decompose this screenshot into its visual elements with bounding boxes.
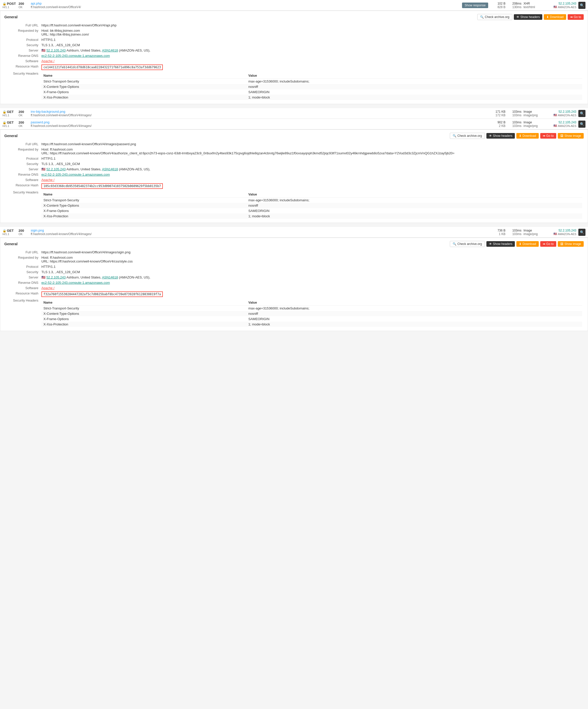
sh-value: 1; mode=block <box>246 322 582 327</box>
resource-name[interactable]: inv-big-background.png <box>31 110 488 113</box>
ip-address[interactable]: 52.2.105.243 <box>559 110 576 113</box>
server-asn-link[interactable]: ASN14618 <box>102 167 118 171</box>
show-response-button[interactable]: Show response <box>462 3 488 8</box>
sh-name: Strict-Transport-Security <box>42 79 246 84</box>
resource-name[interactable]: api.php <box>31 2 460 5</box>
info-value: https://ff.hashroot.com/well-known/Offic… <box>40 250 584 255</box>
info-label: Security <box>4 43 40 48</box>
software-link[interactable]: Apache / <box>42 59 54 63</box>
type-section: Image image/png <box>523 110 544 117</box>
status-section: 200 OK <box>19 229 29 236</box>
show-headers-button[interactable]: 👁Show headers <box>486 133 515 139</box>
search-request-button[interactable]: 🔍 <box>578 229 585 236</box>
info-table: Full URL https://ff.hashroot.com/well-kn… <box>4 141 584 219</box>
ip-address[interactable]: 52.2.105.243 <box>559 121 576 124</box>
download-button[interactable]: ⬇Download <box>516 133 538 139</box>
time-bottom: 103ms <box>512 113 521 117</box>
check-archive-button[interactable]: 🔍Check archive.org <box>450 241 485 247</box>
reverse-dns-link[interactable]: ec2-52-2-105-243.compute-1.amazonaws.com <box>42 281 110 285</box>
server-ip-link[interactable]: 52.2.105.243 <box>47 49 66 52</box>
security-headers-row: Security HeadersNameValue Strict-Transpo… <box>4 71 584 101</box>
show-image-button[interactable]: 🖼Show image <box>558 241 584 247</box>
resource-hash: f32a760f15530284447282af5c7d0825babf8bc4… <box>42 291 163 297</box>
sh-value: max-age=31536000; includeSubdomains; <box>246 306 582 311</box>
download-icon: ⬇ <box>519 242 521 246</box>
security: TLS 1.3, , AES_128_GCM <box>42 43 80 47</box>
method-status: 🔒POST H/1.1 <box>3 2 17 9</box>
security: TLS 1.3, , AES_128_GCM <box>42 162 80 166</box>
info-value: Host: ff.hashroot.comURL: https://ff.has… <box>40 147 584 156</box>
info-value: ec2-52-2-105-243.compute-1.amazonaws.com <box>40 280 584 285</box>
sh-name: X-Content-Type-Options <box>42 84 246 89</box>
server-asn-link[interactable]: ASN14618 <box>102 275 118 279</box>
status-code: 200 <box>19 2 29 6</box>
search-request-button[interactable]: 🔍 <box>578 121 585 128</box>
general-title: General <box>4 242 18 246</box>
method-label: 🔒GET <box>3 229 17 233</box>
security-header-row: Strict-Transport-Security max-age=315360… <box>42 198 582 203</box>
time-bottom: 103ms <box>512 232 521 236</box>
download-button[interactable]: ⬇Download <box>516 241 538 247</box>
goto-button[interactable]: ➡Go to <box>540 133 556 139</box>
flag-us: 🇺🇸 <box>42 275 46 279</box>
server-ip-link[interactable]: 52.2.105.243 <box>47 275 66 279</box>
check-archive-button[interactable]: 🔍Check archive.org <box>450 133 485 139</box>
software-link[interactable]: Apache / <box>42 178 54 182</box>
download-button[interactable]: ⬇Download <box>544 14 566 20</box>
security-headers-value: NameValue Strict-Transport-Security max-… <box>40 71 584 101</box>
lock-icon: 🔒 <box>3 229 6 233</box>
resource-path: ff.hashroot.com/well-known/OfficeV4/imag… <box>31 232 488 236</box>
sh-name: X-Content-Type-Options <box>42 203 246 208</box>
info-row: Server 🇺🇸 52.2.105.243 Ashburn, United S… <box>4 166 584 172</box>
size-bottom: 2 KB <box>499 124 506 128</box>
resource-path: ff.hashroot.com/well-known/OfficeV4/imag… <box>31 113 488 117</box>
reverse-dns-link[interactable]: ec2-52-2-105-243.compute-1.amazonaws.com <box>42 173 110 177</box>
search-request-button[interactable]: 🔍 <box>578 2 585 9</box>
info-row: Requested by Host: bk-lthbq.jisimex.comU… <box>4 28 584 37</box>
info-value: Apache / <box>40 177 584 183</box>
action-buttons: 🔍Check archive.org👁Show headers⬇Download… <box>477 14 584 20</box>
status-text: OK <box>19 114 29 117</box>
type-top: Image <box>523 110 544 113</box>
info-value: ce1441121feb1441dcd78d618caa8228432271f6… <box>40 64 584 71</box>
type-top: Image <box>523 229 544 232</box>
resource-name[interactable]: sigin.png <box>31 229 488 232</box>
info-value: 🇺🇸 52.2.105.243 Ashburn, United States, … <box>40 48 584 53</box>
info-value: 🇺🇸 52.2.105.243 Ashburn, United States, … <box>40 275 584 280</box>
info-label: Server <box>4 166 40 172</box>
method-status: 🔒GET H/1.1 <box>3 121 17 127</box>
ip-address[interactable]: 52.2.105.243 <box>559 2 576 5</box>
info-label: Server <box>4 275 40 280</box>
check-archive-button[interactable]: 🔍Check archive.org <box>477 14 512 20</box>
info-value: ec2-52-2-105-243.compute-1.amazonaws.com <box>40 53 584 58</box>
status-text: OK <box>19 233 29 236</box>
software-link[interactable]: Apache / <box>42 286 54 290</box>
show-headers-button[interactable]: 👁Show headers <box>486 241 515 247</box>
server-ip-link[interactable]: 52.2.105.243 <box>47 167 66 171</box>
ip-address[interactable]: 52.2.105.243 <box>559 229 576 232</box>
reverse-dns-link[interactable]: ec2-52-2-105-243.compute-1.amazonaws.com <box>42 54 110 58</box>
info-row: Resource Hash 105c03d3360cdb953585482374… <box>4 183 584 190</box>
sh-value-header: Value <box>246 191 582 198</box>
panel-header: General🔍Check archive.org👁Show headers⬇D… <box>4 14 584 20</box>
sh-value-header: Value <box>246 73 582 79</box>
info-value: HTTP/1.1 <box>40 37 584 43</box>
info-table: Full URL https://ff.hashroot.com/well-kn… <box>4 23 584 101</box>
sh-name: X-Xss-Protection <box>42 322 246 327</box>
image-icon: 🖼 <box>560 134 563 138</box>
resource-name[interactable]: passwrd.png <box>31 120 488 124</box>
security-header-row: X-Frame-Options SAMEORIGIN <box>42 208 582 213</box>
goto-button[interactable]: ➡Go to <box>568 14 584 20</box>
info-value: ec2-52-2-105-243.compute-1.amazonaws.com <box>40 172 584 177</box>
flag-icon: 🇺🇸 <box>554 5 557 9</box>
flag-icon: 🇺🇸 <box>554 124 557 127</box>
goto-button[interactable]: ➡Go to <box>540 241 556 247</box>
sh-name: X-Content-Type-Options <box>42 311 246 316</box>
info-label: Reverse DNS <box>4 280 40 285</box>
show-headers-button[interactable]: 👁Show headers <box>514 14 542 20</box>
time-top: 103ms <box>512 229 521 232</box>
search-request-button[interactable]: 🔍 <box>578 110 585 117</box>
security-header-row: X-Xss-Protection 1; mode=block <box>42 322 582 327</box>
server-asn-link[interactable]: ASN14618 <box>102 49 118 52</box>
show-image-button[interactable]: 🖼Show image <box>558 133 584 139</box>
